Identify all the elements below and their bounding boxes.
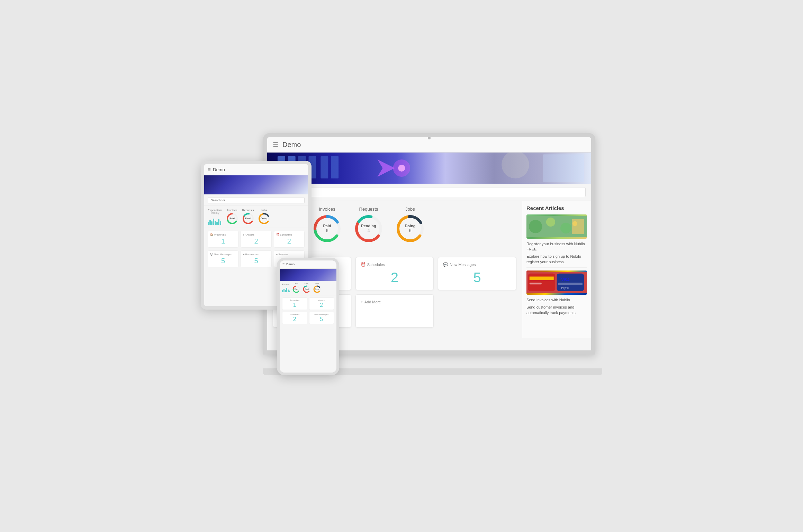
phone-msg-label: New Messages (311, 313, 333, 315)
t-bar-8 (220, 221, 221, 225)
svg-rect-6 (331, 156, 339, 178)
svg-point-9 (398, 165, 405, 172)
tablet-title: Demo (213, 167, 225, 172)
article-divider (526, 267, 587, 268)
scene: ☰ Demo (201, 133, 602, 399)
svg-rect-31 (530, 283, 542, 284)
app-title: Demo (282, 141, 301, 149)
phone-stat-exp: Expend. (282, 283, 290, 292)
pb-4 (286, 288, 287, 292)
banner (267, 153, 591, 184)
phone-widget-messages[interactable]: New Messages 5 (309, 312, 334, 324)
phone: ☰ Demo Expend. (277, 258, 339, 375)
tablet-jobs-label: Jobs (258, 209, 270, 212)
tablet-msg-label: 💬 New Messages (210, 253, 236, 256)
tablet-invoices-donut: Paid (226, 212, 238, 225)
phone-inv-lbl: Paid (295, 288, 298, 290)
phone-req-lbl: Pend (305, 288, 309, 290)
phone-banner (280, 269, 336, 281)
widget-add-label: + Add More (361, 300, 429, 304)
article2-desc: Send customer invoices and automatically… (526, 305, 587, 315)
phone-prop-label: Properties (284, 299, 306, 301)
tablet-sched-label: ⏰ Schedules (276, 233, 302, 236)
requests-donut[interactable]: Pending 4 (353, 213, 384, 244)
schedules-icon: ⏰ (361, 262, 366, 267)
invoices-label: Invoices (312, 207, 343, 212)
pb-5 (288, 290, 289, 292)
tablet-msg-text: New Messages (214, 253, 232, 256)
requests-center-label: Pending (361, 224, 376, 228)
pb-6 (289, 291, 290, 292)
search-input[interactable] (273, 187, 586, 197)
tablet-prop-icon: 🏠 (210, 233, 213, 236)
stat-jobs: Jobs Doing 6 (395, 207, 426, 244)
tablet-assets-icon: 🏷 (243, 233, 246, 236)
phone-hamburger[interactable]: ☰ (282, 263, 285, 266)
phone-widget-properties[interactable]: Properties 1 (282, 297, 307, 310)
article2-title: Send Invoices with Nubilo (526, 297, 587, 303)
t-bar-6 (216, 222, 218, 225)
tablet-assets-value: 2 (243, 237, 269, 245)
messages-value: 5 (443, 270, 511, 285)
svg-rect-5 (321, 156, 328, 178)
svg-point-24 (546, 217, 555, 226)
tablet-inv-label: Invoices (226, 209, 238, 212)
tablet-widget-properties[interactable]: 🏠 Properties 1 (208, 231, 238, 248)
phone-assets-label: Assets (311, 299, 333, 301)
schedules-value: 2 (361, 270, 429, 285)
t-bar-5 (215, 221, 216, 225)
tablet-prop-text: Properties (214, 233, 226, 236)
phone-widget-grid: Properties 1 Assets 2 Schedules 2 New Me… (280, 295, 336, 326)
widget-add-more[interactable]: + Add More (355, 294, 434, 328)
t-bar-1 (208, 222, 209, 225)
phone-widget-assets[interactable]: Assets 2 (309, 297, 334, 310)
tablet-widget-row1: 🏠 Properties 1 🏷 Assets 2 ⏰ Schedules (204, 228, 308, 250)
article2-graphic: VISA PayPal (526, 270, 587, 295)
phone-jobs-lbl: Doing (315, 288, 319, 290)
svg-rect-29 (528, 274, 555, 291)
tablet-search-input[interactable] (208, 197, 305, 203)
phone-jobs-donut: Doing (313, 285, 321, 293)
tablet-stat-jobs: Jobs Doing (258, 209, 270, 225)
hamburger-icon[interactable]: ☰ (273, 141, 278, 148)
t-bar-7 (218, 219, 219, 225)
svg-text:VISA: VISA (561, 278, 570, 282)
tablet-widget-assets[interactable]: 🏷 Assets 2 (241, 231, 271, 248)
tablet-stat-invoices: Invoices Paid (226, 209, 238, 225)
tablet-req-val: Pend (245, 217, 251, 220)
widget-messages[interactable]: 💬 New Messages 5 (438, 257, 516, 290)
tablet-widget-messages[interactable]: 💬 New Messages 5 (208, 250, 238, 267)
phone-title: Demo (286, 263, 295, 266)
svg-rect-11 (543, 154, 584, 182)
tablet-biz-label: ♥ Businesses (243, 253, 269, 256)
tablet-msg-icon: 💬 (210, 253, 213, 256)
tablet-biz-value: 5 (243, 257, 269, 265)
jobs-donut[interactable]: Doing 6 (395, 213, 426, 244)
tablet-widget-businesses[interactable]: ♥ Businesses 5 (241, 250, 271, 267)
svg-point-23 (529, 220, 542, 233)
laptop-camera (428, 137, 431, 139)
phone-stat-invoices: Inv. Paid (292, 283, 300, 293)
tablet-exp-sub: Monthly (208, 212, 223, 214)
invoices-donut[interactable]: Paid 6 (312, 213, 343, 244)
tablet-hamburger[interactable]: ☰ (208, 168, 211, 172)
invoices-center-label: Paid (323, 224, 331, 228)
phone-sched-value: 2 (284, 316, 306, 322)
svg-rect-30 (530, 277, 554, 281)
requests-label: Requests (353, 207, 384, 212)
tablet-stats: Expenditure Monthly Invoic (204, 206, 308, 228)
tablet-req-label: Requests (242, 209, 254, 212)
article1-image (526, 214, 587, 239)
search-bar (267, 184, 591, 201)
banner-graphic (267, 153, 591, 184)
phone-widget-schedules[interactable]: Schedules 2 (282, 312, 307, 324)
svg-point-25 (560, 222, 571, 233)
right-sidebar: Recent Articles Register your (522, 201, 591, 338)
tablet-svc-label: ♥ Services (276, 253, 302, 256)
phone-msg-value: 5 (311, 316, 333, 322)
tablet-widget-schedules[interactable]: ⏰ Schedules 2 (274, 231, 305, 248)
widget-schedules[interactable]: ⏰ Schedules 2 (355, 257, 434, 290)
phone-prop-value: 1 (284, 302, 306, 308)
stat-invoices: Invoices Paid (312, 207, 343, 244)
pb-2 (283, 289, 285, 292)
